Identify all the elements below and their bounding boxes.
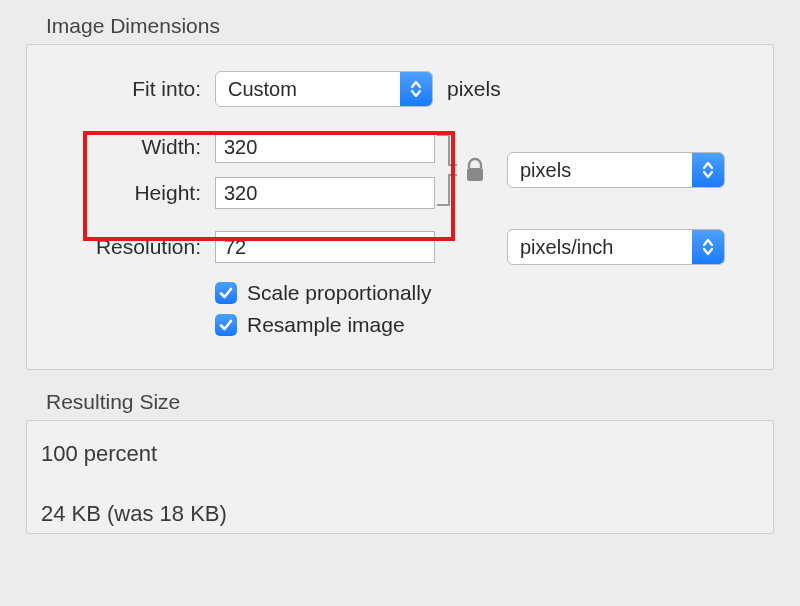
checkmark-icon — [215, 314, 237, 336]
height-label: Height: — [51, 181, 215, 205]
fit-into-units: pixels — [447, 77, 501, 101]
image-dimensions-dialog: Image Dimensions Fit into: Custom pixels… — [0, 14, 800, 534]
link-bracket — [435, 129, 461, 211]
resolution-label: Resolution: — [51, 235, 215, 259]
width-height-units-select[interactable]: pixels — [507, 152, 725, 188]
chevron-up-down-icon — [692, 153, 724, 187]
checkmark-icon — [215, 282, 237, 304]
fit-into-label: Fit into: — [51, 77, 215, 101]
fit-into-value: Custom — [228, 78, 297, 101]
resample-image-label: Resample image — [247, 313, 405, 337]
image-dimensions-panel: Fit into: Custom pixels Width: Height: — [26, 44, 774, 370]
scale-proportionally-checkbox[interactable]: Scale proportionally — [215, 281, 749, 305]
lock-icon[interactable] — [461, 157, 489, 183]
chevron-up-down-icon — [400, 72, 432, 106]
resulting-size-heading: Resulting Size — [46, 390, 774, 414]
resample-image-checkbox[interactable]: Resample image — [215, 313, 749, 337]
resulting-size-panel: 100 percent 24 KB (was 18 KB) — [26, 420, 774, 534]
width-label: Width: — [51, 135, 215, 159]
resolution-input[interactable] — [215, 231, 435, 263]
resulting-filesize: 24 KB (was 18 KB) — [41, 501, 767, 527]
fit-into-row: Fit into: Custom pixels — [51, 71, 749, 107]
width-height-block: Width: Height: pixels — [51, 129, 749, 211]
resolution-row: Resolution: pixels/inch — [51, 229, 749, 265]
chevron-up-down-icon — [692, 230, 724, 264]
scale-proportionally-label: Scale proportionally — [247, 281, 431, 305]
width-height-units-value: pixels — [520, 159, 571, 182]
resulting-percent: 100 percent — [41, 441, 767, 467]
resolution-units-value: pixels/inch — [520, 236, 613, 259]
fit-into-select[interactable]: Custom — [215, 71, 433, 107]
width-input[interactable] — [215, 131, 435, 163]
resolution-units-select[interactable]: pixels/inch — [507, 229, 725, 265]
image-dimensions-heading: Image Dimensions — [46, 14, 774, 38]
height-input[interactable] — [215, 177, 435, 209]
svg-rect-0 — [467, 168, 483, 181]
